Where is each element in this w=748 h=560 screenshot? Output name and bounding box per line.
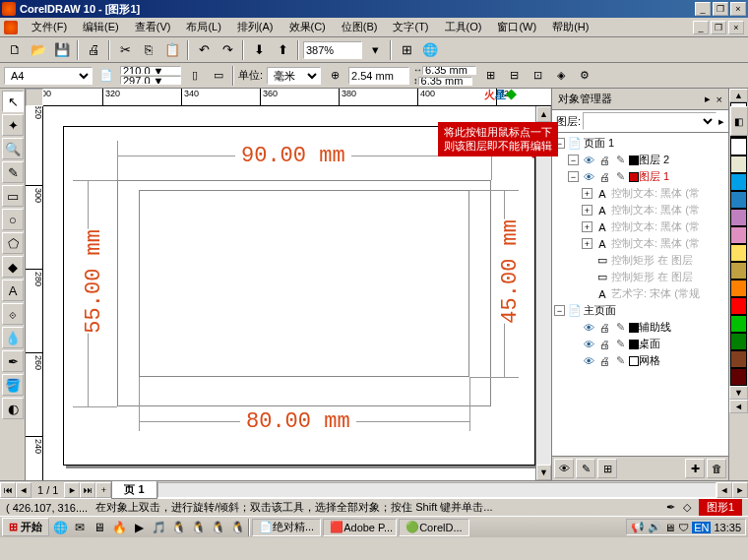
tree-page[interactable]: 页面 1 <box>584 136 614 151</box>
lang-indicator[interactable]: EN <box>692 522 711 533</box>
swatch[interactable] <box>730 244 747 262</box>
text-tool[interactable]: A <box>2 280 24 301</box>
swatch[interactable] <box>730 315 747 333</box>
eye-icon[interactable]: 👁 <box>582 355 595 367</box>
menu-window[interactable]: 窗口(W) <box>489 18 544 36</box>
scroll-down-button[interactable]: ▼ <box>536 465 551 480</box>
close-button[interactable]: × <box>730 2 746 16</box>
tree-master[interactable]: 主页面 <box>584 303 616 318</box>
swatch[interactable] <box>730 368 747 386</box>
panel-close-button[interactable]: × <box>717 93 722 105</box>
delete-button[interactable]: 🗑 <box>707 459 726 478</box>
swatch[interactable] <box>730 333 747 350</box>
task-item[interactable]: 🟥Adobe P... <box>323 519 397 536</box>
rectangle-tool[interactable]: ▭ <box>2 185 24 207</box>
dimension-left[interactable]: 55.00 mm <box>76 229 112 334</box>
tree-layer1[interactable]: 图层 1 <box>639 169 669 184</box>
vertical-ruler[interactable]: 320 300 280 260 240 <box>26 106 43 480</box>
system-tray[interactable]: 📢 🔊 🖥 🛡 EN 13:35 <box>626 519 746 535</box>
app-launcher-button[interactable]: ⊞ <box>396 39 417 61</box>
inner-rectangle[interactable] <box>139 190 469 377</box>
new-layer-button[interactable]: ✚ <box>685 459 705 478</box>
import-button[interactable]: ⬇ <box>248 39 270 61</box>
zoom-input[interactable] <box>303 41 362 59</box>
tray-icon[interactable]: 🔊 <box>648 521 661 533</box>
palette-up-button[interactable]: ▲ <box>729 89 748 102</box>
mdi-minimize[interactable]: _ <box>693 21 709 34</box>
mdi-restore[interactable]: ❐ <box>711 21 726 34</box>
first-page-button[interactable]: ⏮ <box>0 482 16 498</box>
pencil-icon[interactable]: ✎ <box>613 321 627 334</box>
dimension-bottom[interactable]: 80.00 mm <box>240 409 356 434</box>
canvas[interactable]: 90.00 mm 80.00 mm 55.00 mm 45.00 mm <box>43 106 535 480</box>
show-properties-button[interactable]: 👁 <box>554 459 574 478</box>
ruler-origin[interactable] <box>26 89 43 106</box>
new-button[interactable]: 🗋 <box>4 39 26 61</box>
tree-expand-icon[interactable]: + <box>582 221 592 232</box>
polygon-tool[interactable]: ⬠ <box>2 232 24 254</box>
eye-icon[interactable]: 👁 <box>582 171 595 183</box>
printer-icon[interactable]: 🖨 <box>597 171 611 183</box>
interactive-blend-tool[interactable]: ⟐ <box>2 303 24 325</box>
tree-item[interactable]: 控制矩形 在 图层 <box>611 253 693 268</box>
save-button[interactable]: 💾 <box>51 39 73 61</box>
freehand-tool[interactable]: ✎ <box>2 161 24 183</box>
pencil-icon[interactable]: ✎ <box>613 154 627 166</box>
printer-icon[interactable]: 🖨 <box>597 322 611 334</box>
swatch[interactable] <box>730 262 747 280</box>
tree-collapse-icon[interactable]: − <box>568 155 579 165</box>
swatch-white[interactable] <box>730 138 747 156</box>
menu-view[interactable]: 查看(V) <box>127 18 179 36</box>
shape-tool[interactable]: ✦ <box>2 114 24 136</box>
ql-ie-icon[interactable]: 🌐 <box>51 519 69 536</box>
tree-collapse-icon[interactable]: − <box>554 305 565 316</box>
next-page-button[interactable]: ► <box>64 482 80 498</box>
tree-item[interactable]: 控制文本: 黑体 (常 <box>611 186 700 201</box>
zoom-tool[interactable]: 🔍 <box>2 138 24 159</box>
swatch[interactable] <box>730 350 747 368</box>
swatch[interactable] <box>730 156 747 173</box>
eye-icon[interactable]: 👁 <box>582 339 595 350</box>
swatch[interactable] <box>730 297 747 315</box>
pick-tool[interactable]: ↖ <box>2 91 24 112</box>
panel-menu-button[interactable]: ▸ <box>705 93 711 105</box>
paste-button[interactable]: 📋 <box>161 39 183 61</box>
printer-icon[interactable]: 🖨 <box>597 155 611 166</box>
scroll-up-button[interactable]: ▲ <box>536 106 551 122</box>
swatch[interactable] <box>730 209 747 226</box>
menu-file[interactable]: 文件(F) <box>24 18 75 36</box>
minimize-button[interactable]: _ <box>695 2 711 16</box>
swatch[interactable] <box>730 226 747 244</box>
basic-shapes-tool[interactable]: ◆ <box>2 256 24 278</box>
eye-icon[interactable]: 👁 <box>582 155 595 166</box>
horizontal-scrollbar[interactable] <box>157 482 717 498</box>
palette-down-button[interactable]: ▼ <box>729 386 748 400</box>
snap-objects-button[interactable]: ⊡ <box>528 66 547 86</box>
color-swatch[interactable] <box>629 156 639 165</box>
treat-as-filled-button[interactable]: ◈ <box>551 66 571 86</box>
tree-guides[interactable]: 辅助线 <box>639 320 671 335</box>
ql-qq-icon[interactable]: 🐧 <box>169 519 187 536</box>
corel-online-button[interactable]: 🌐 <box>419 39 441 61</box>
print-button[interactable]: 🖨 <box>83 39 104 61</box>
ql-qq-icon[interactable]: 🐧 <box>209 519 226 536</box>
tray-icon[interactable]: 🛡 <box>678 522 689 533</box>
menu-tools[interactable]: 工具(O) <box>437 18 490 36</box>
mdi-close[interactable]: × <box>728 21 744 34</box>
layer-manager-button[interactable]: ⊞ <box>597 459 617 478</box>
menu-edit[interactable]: 编辑(E) <box>75 18 127 36</box>
ql-qq-icon[interactable]: 🐧 <box>189 519 207 536</box>
options-button[interactable]: ⚙ <box>575 66 594 86</box>
pencil-icon[interactable]: ✎ <box>613 170 627 183</box>
ql-qq-icon[interactable]: 🐧 <box>228 519 246 536</box>
ql-icon[interactable]: ▶ <box>130 519 148 536</box>
tree-expand-icon[interactable]: + <box>582 188 592 199</box>
dup-x-input[interactable] <box>422 66 476 75</box>
tree-item[interactable]: 控制文本: 黑体 (常 <box>611 203 700 218</box>
eye-icon[interactable]: 👁 <box>582 322 595 334</box>
page-tab[interactable]: 页 1 <box>111 480 156 499</box>
last-page-button[interactable]: ⏭ <box>80 482 95 498</box>
task-item[interactable]: 📄绝对精... <box>252 519 321 536</box>
menu-arrange[interactable]: 排列(A) <box>229 18 281 36</box>
menu-text[interactable]: 文字(T) <box>385 18 436 36</box>
